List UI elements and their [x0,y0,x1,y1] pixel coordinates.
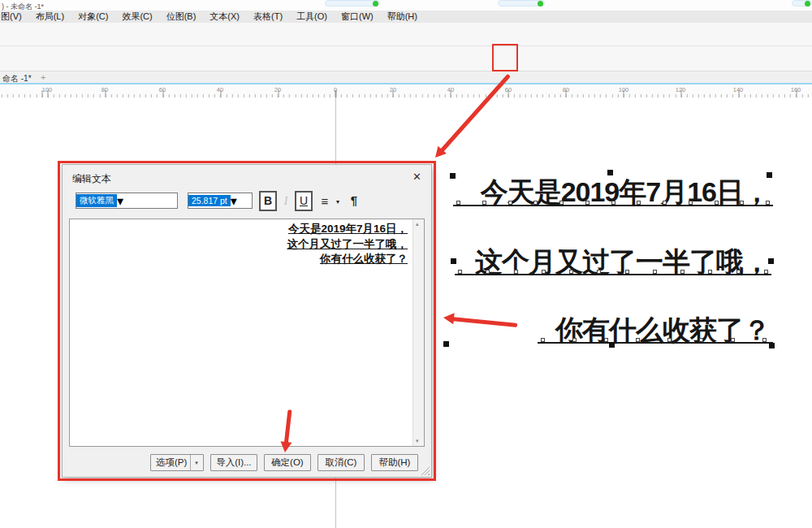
dialog-font-combo[interactable]: 微软雅黑 ▾ [76,193,178,209]
menu-item-9[interactable]: 帮助(H) [387,11,417,23]
character-node-handle[interactable] [699,338,703,342]
ruler-label: 80 [563,86,569,93]
canvas-node-row-2 [541,338,767,342]
character-node-handle[interactable] [458,270,462,274]
menu-item-3[interactable]: 效果(C) [122,11,152,23]
character-node-handle[interactable] [689,201,693,205]
character-node-handle[interactable] [762,338,767,342]
selection-handle[interactable] [450,173,456,179]
dialog-underline-button[interactable]: U [295,191,313,211]
character-node-handle[interactable] [731,338,735,342]
character-node-handle[interactable] [508,201,512,205]
ruler-label: 120 [676,86,686,93]
character-node-handle[interactable] [541,338,545,342]
character-node-handle[interactable] [715,201,719,205]
selection-handle[interactable] [769,343,775,348]
character-node-handle[interactable] [625,270,629,274]
dialog-size-combo[interactable]: 25.817 pt ▾ [188,193,253,209]
dialog-font-value: 微软雅黑 [76,194,117,207]
dialog-text-area[interactable]: 今天是2019年7月16日，这个月又过了一半了哦，你有什么收获了？ ▴ ▾ [69,219,425,447]
ruler-label: 20 [274,86,281,93]
selection-handle[interactable] [768,258,774,264]
ruler-label: 60 [159,86,166,93]
app-window: ) - 未命名 -1* 图(V)布局(L)对象(C)效果(C)位图(B)文本(X… [0,0,812,528]
character-node-handle[interactable] [680,270,685,274]
character-node-handle[interactable] [572,338,577,342]
standard-toolbar: ⎘ ⧉ ⎗ ↺ ▾ ↻ ▾ ↓ ↑ PDF 125% ▾ ▣ ◳ ▦ ¦¦ ▦ … [0,23,812,46]
button-dropdown-icon[interactable]: ▾ [190,455,198,470]
dialog-text-line-2: 你有什么收获了？ [287,252,408,267]
dialog-button-1[interactable]: 导入(I)... [210,454,257,471]
dialog-button-label: 取消(C) [325,457,356,469]
menu-item-1[interactable]: 布局(L) [36,11,64,23]
dialog-size-dropdown-icon[interactable]: ▾ [231,193,237,209]
selection-handle[interactable] [607,170,613,175]
overlay-pill [498,0,545,6]
dialog-close-icon[interactable]: ✕ [412,171,421,183]
menu-item-8[interactable]: 窗口(W) [341,11,374,23]
dialog-button-2[interactable]: 确定(O) [264,454,311,471]
dialog-button-0[interactable]: 选项(P)▾ [150,454,204,471]
character-node-handle[interactable] [637,201,641,205]
character-node-handle[interactable] [766,201,770,205]
new-tab-icon[interactable]: + [41,72,45,82]
character-node-handle[interactable] [569,270,573,274]
dialog-alignment-dropdown-icon[interactable]: ▾ [333,191,343,211]
character-node-handle[interactable] [533,201,538,205]
character-node-handle[interactable] [764,270,768,274]
canvas-text-line-2[interactable]: 你有什么收获了？ [555,312,770,349]
dialog-scrollbar[interactable]: ▴ ▾ [412,219,424,446]
dialog-text-line-1: 这个月又过了一半了哦， [287,237,408,253]
character-node-handle[interactable] [486,270,490,274]
selection-handle[interactable] [451,258,456,264]
scroll-down-icon[interactable]: ▾ [416,438,419,444]
menu-item-4[interactable]: 位图(B) [166,11,197,23]
dialog-alignment-icon[interactable]: ≡ [317,191,332,211]
menu-item-0[interactable]: 图(V) [1,11,22,23]
ruler-label: 0 [334,86,337,93]
canvas-underline-1 [455,274,771,275]
character-node-handle[interactable] [653,270,657,274]
dialog-button-3[interactable]: 取消(C) [317,454,365,471]
menu-item-2[interactable]: 对象(C) [78,11,108,23]
character-node-handle[interactable] [482,201,486,205]
character-node-handle[interactable] [542,270,546,274]
ruler-label: 100 [619,86,629,93]
menu-bar: 图(V)布局(L)对象(C)效果(C)位图(B)文本(X)表格(T)工具(O)窗… [0,11,812,23]
dialog-button-label: 选项(P) [156,457,187,469]
character-node-handle[interactable] [708,270,712,274]
selection-handle[interactable] [443,341,449,347]
menu-item-5[interactable]: 文本(X) [209,11,240,23]
character-node-handle[interactable] [740,201,744,205]
menu-item-6[interactable]: 表格(T) [253,11,283,23]
character-node-handle[interactable] [636,338,640,342]
character-node-handle[interactable] [514,270,518,274]
character-node-handle[interactable] [611,201,615,205]
character-node-handle[interactable] [585,201,590,205]
selection-handle[interactable] [767,172,772,178]
dialog-font-dropdown-icon[interactable]: ▾ [117,193,123,209]
horizontal-ruler[interactable]: 10080604020020406080100120140160 [0,83,812,97]
dialog-resize-grip[interactable] [421,466,430,475]
dialog-button-4[interactable]: 帮助(H) [371,454,418,471]
titlebar: ) - 未命名 -1* [0,0,812,11]
menu-item-7[interactable]: 工具(O) [296,11,327,23]
dialog-button-label: 导入(I)... [216,457,251,469]
character-node-handle[interactable] [604,338,608,342]
dialog-bold-button[interactable]: B [259,191,277,211]
character-node-handle[interactable] [663,201,667,205]
overlay-pill [792,0,812,6]
scroll-up-icon[interactable]: ▴ [416,221,419,227]
canvas-text-line-1[interactable]: 这个月又过了一半了哦， [475,244,770,281]
edit-text-dialog[interactable]: 编辑文本 ✕ 微软雅黑 ▾ 25.817 pt ▾ B I U ≡ ▾ ¶ 今天… [62,164,432,478]
ruler-label: 140 [733,86,744,93]
character-node-handle[interactable] [597,270,601,274]
character-node-handle[interactable] [667,338,672,342]
dialog-button-row: 选项(P)▾导入(I)...确定(O)取消(C)帮助(H) [150,454,418,471]
character-node-handle[interactable] [456,201,460,205]
selection-handle[interactable] [609,342,615,348]
dialog-italic-button[interactable]: I [280,191,292,211]
character-node-handle[interactable] [736,270,741,274]
character-node-handle[interactable] [559,201,564,205]
dialog-paragraph-icon[interactable]: ¶ [347,191,361,211]
